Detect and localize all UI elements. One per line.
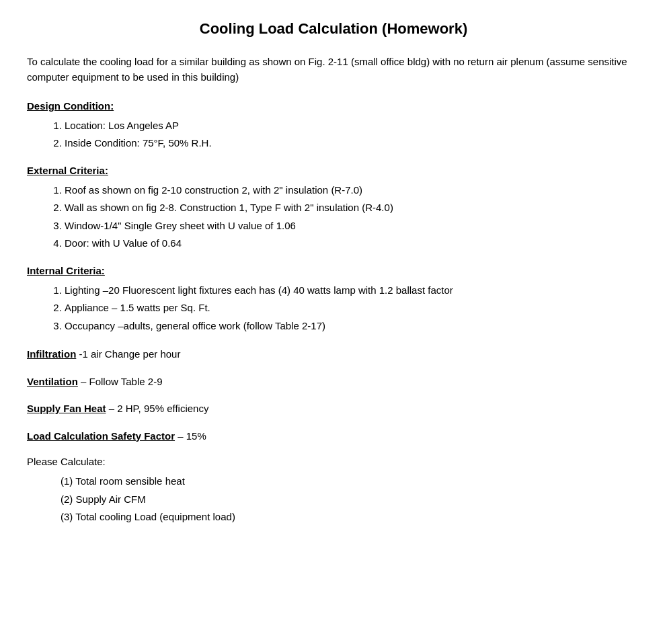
external-criteria-list: Roof as shown on fig 2-10 construction 2… <box>65 183 640 251</box>
supply-fan-heat-label: Supply Fan Heat <box>27 403 106 414</box>
load-calculation-safety-factor-label: Load Calculation Safety Factor <box>27 430 175 442</box>
internal-criteria-list: Lighting –20 Fluorescent light fixtures … <box>65 283 640 334</box>
supply-fan-heat-text: – 2 HP, 95% efficiency <box>106 403 209 414</box>
list-item: Lighting –20 Fluorescent light fixtures … <box>65 283 640 298</box>
list-item: Appliance – 1.5 watts per Sq. Ft. <box>65 300 640 316</box>
ventilation-section: Ventilation – Follow Table 2-9 <box>27 374 640 390</box>
external-criteria-heading: External Criteria: <box>27 165 640 176</box>
list-item: Wall as shown on fig 2-8. Construction 1… <box>65 200 640 216</box>
external-criteria-section: External Criteria: Roof as shown on fig … <box>27 165 640 251</box>
list-item: Inside Condition: 75°F, 50% R.H. <box>65 136 640 151</box>
please-calculate-section: Please Calculate: (1) Total room sensibl… <box>27 456 640 525</box>
list-item: Roof as shown on fig 2-10 construction 2… <box>65 183 640 198</box>
load-calculation-safety-factor-text: – 15% <box>175 430 206 442</box>
supply-fan-heat-section: Supply Fan Heat – 2 HP, 95% efficiency <box>27 401 640 417</box>
design-condition-heading: Design Condition: <box>27 100 640 112</box>
infiltration-text: -1 air Change per hour <box>76 348 180 360</box>
intro-paragraph: To calculate the cooling load for a simi… <box>27 54 640 85</box>
list-item: Location: Los Angeles AP <box>65 118 640 134</box>
list-item: Door: with U Value of 0.64 <box>65 236 640 251</box>
page-title: Cooling Load Calculation (Homework) <box>27 20 640 38</box>
internal-criteria-section: Internal Criteria: Lighting –20 Fluoresc… <box>27 265 640 334</box>
design-condition-section: Design Condition: Location: Los Angeles … <box>27 100 640 151</box>
internal-criteria-heading: Internal Criteria: <box>27 265 640 276</box>
infiltration-section: Infiltration -1 air Change per hour <box>27 347 640 362</box>
list-item: (3) Total cooling Load (equipment load) <box>61 510 640 525</box>
list-item: (2) Supply Air CFM <box>61 492 640 508</box>
please-calculate-heading: Please Calculate: <box>27 456 640 467</box>
list-item: Window-1/4" Single Grey sheet with U val… <box>65 218 640 234</box>
list-item: Occupancy –adults, general office work (… <box>65 319 640 334</box>
ventilation-label: Ventilation <box>27 376 78 387</box>
design-condition-list: Location: Los Angeles AP Inside Conditio… <box>65 118 640 151</box>
load-calculation-safety-factor-section: Load Calculation Safety Factor – 15% <box>27 429 640 444</box>
ventilation-text: – Follow Table 2-9 <box>78 376 163 387</box>
infiltration-label: Infiltration <box>27 348 76 360</box>
please-calculate-list: (1) Total room sensible heat (2) Supply … <box>61 474 640 525</box>
list-item: (1) Total room sensible heat <box>61 474 640 489</box>
